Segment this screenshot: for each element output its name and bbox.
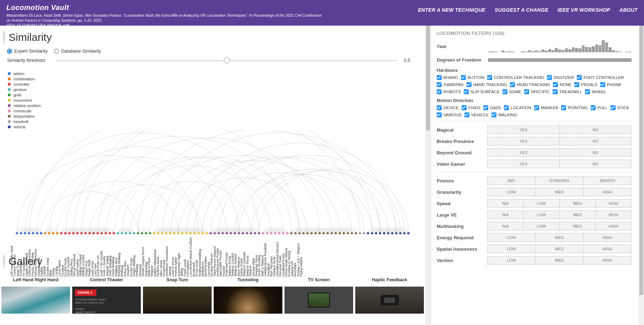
filter-option[interactable]: N/A (487, 222, 523, 230)
legend-item[interactable]: roomscale (8, 109, 417, 113)
filter-option[interactable]: N/A (487, 199, 523, 208)
legend-item[interactable]: teleportation (8, 114, 417, 118)
filter-option[interactable]: MED (560, 211, 596, 219)
filter-option[interactable]: HIGH (584, 188, 632, 196)
filter-option[interactable]: YES (487, 137, 560, 145)
filter-option[interactable]: MED (560, 222, 596, 230)
filter-option[interactable]: HIGH (596, 211, 632, 219)
filter-option[interactable]: NO (560, 137, 632, 145)
legend-item[interactable]: relative position (8, 103, 417, 108)
hardware-checkbox[interactable]: GAMEPAD (437, 82, 464, 87)
filter-option[interactable]: LOW (523, 222, 559, 230)
motion-checkbox[interactable]: POINTING (561, 105, 588, 110)
filter-option[interactable]: YES (487, 160, 560, 168)
svg-point-21 (100, 232, 103, 234)
filter-option[interactable]: MED (536, 256, 584, 265)
gallery-card[interactable]: Tunneling (214, 272, 282, 314)
gallery-card[interactable]: Snap Turn (143, 272, 212, 314)
filter-option[interactable]: MED (536, 188, 584, 196)
motion-checkbox[interactable]: VEHICLE (464, 112, 489, 117)
filter-option[interactable]: STANDING (536, 176, 584, 185)
hardware-checkbox[interactable]: BOARD (437, 75, 458, 80)
radio-expert-similarity[interactable]: Expert Similarity (7, 48, 48, 54)
motion-checkbox[interactable]: GAZE (483, 105, 501, 110)
technique-label[interactable]: Flying Vehicle (299, 274, 303, 277)
category-legend: addoncombinationcontrollergesturegrabmov… (8, 71, 417, 129)
gallery-card[interactable]: Haptic Feedback (355, 272, 424, 314)
hardware-checkbox[interactable]: SPECIFIC (524, 89, 550, 94)
filter-option[interactable]: YES (487, 148, 560, 157)
year-histogram[interactable] (488, 40, 632, 52)
filter-option[interactable]: HIGH (584, 233, 632, 242)
motion-checkbox[interactable]: DEVICE (437, 105, 459, 110)
legend-item[interactable]: gesture (8, 87, 417, 92)
motion-checkbox[interactable]: LOCATION (504, 105, 531, 110)
filter-option[interactable]: LOW (523, 199, 559, 208)
filter-option[interactable]: LOW (523, 211, 559, 219)
filter-option[interactable]: MED (560, 199, 596, 208)
filter-option[interactable]: HIGH (584, 256, 632, 265)
filter-option[interactable]: MED (536, 233, 584, 242)
filter-option[interactable]: LOW (487, 188, 536, 196)
motion-checkbox[interactable]: MARKER (534, 105, 558, 110)
legend-item[interactable]: addon (8, 71, 417, 76)
hardware-checkbox[interactable]: DIGITIZER (547, 75, 574, 80)
gallery-card[interactable]: Control TheaterESPIRE 1VR DEVELOPMENT DI… (72, 272, 141, 314)
filter-option[interactable]: YES (487, 126, 560, 134)
gallery-card[interactable]: Left Hand Right Hand (1, 272, 70, 314)
motion-checkbox[interactable]: PULL (591, 105, 608, 110)
filter-option[interactable]: LOW (487, 256, 536, 265)
multi-filter-row: PostureANYSTANDINGSEATED (437, 176, 632, 185)
filter-option[interactable]: ANY (487, 176, 536, 185)
main-scrollbar[interactable] (425, 26, 431, 325)
sidebar-scrollbar[interactable] (639, 26, 644, 325)
filter-option[interactable]: HIGH (596, 222, 632, 230)
nav-enter-technique[interactable]: ENTER A NEW TECHNIQUE (418, 7, 485, 13)
svg-point-18 (88, 232, 91, 234)
filter-option[interactable]: MED (536, 245, 584, 253)
legend-item[interactable]: combination (8, 77, 417, 81)
legend-item[interactable]: grab (8, 93, 417, 97)
nav-about[interactable]: ABOUT (619, 7, 638, 13)
svg-point-53 (230, 232, 232, 234)
nav-ieee-workshop[interactable]: IEEE VR WORKSHOP (558, 7, 610, 13)
gallery-card[interactable]: TV Screen (284, 272, 353, 314)
filter-option[interactable]: SEATED (584, 176, 632, 185)
filter-option[interactable]: HIGH (596, 199, 632, 208)
legend-item[interactable]: treadmill (8, 119, 417, 124)
hardware-checkbox[interactable]: TREADMILL (553, 89, 582, 94)
multi-filter-row: Spatial AwarenessLOWMEDHIGH (437, 245, 632, 253)
hardware-checkbox[interactable]: WHEEL (585, 89, 606, 94)
filter-option[interactable]: NO (560, 148, 632, 157)
filter-option[interactable]: HIGH (584, 245, 632, 253)
filter-option[interactable]: NO (560, 126, 632, 134)
hardware-checkbox[interactable]: HAND TRACKING (467, 82, 507, 87)
bool-filter-row: Video GamerYESNO (437, 160, 632, 168)
nav-suggest-change[interactable]: SUGGEST A CHANGE (495, 7, 548, 13)
hardware-checkbox[interactable]: SLIP SURFACE (464, 89, 500, 94)
hardware-checkbox[interactable]: PHONE (600, 82, 622, 87)
motion-checkbox[interactable]: STICK (611, 105, 629, 110)
filter-option[interactable]: NO (560, 160, 632, 168)
hardware-checkbox[interactable]: NONE (553, 82, 571, 87)
legend-item[interactable]: movement (8, 98, 417, 102)
filter-option[interactable]: LOW (487, 233, 536, 242)
hardware-checkbox[interactable]: FOOT CONTROLLER (577, 75, 624, 80)
motion-checkbox[interactable]: FIXED (462, 105, 480, 110)
hardware-checkbox[interactable]: SOME (502, 89, 521, 94)
hardware-checkbox[interactable]: BUTTON (461, 75, 484, 80)
hardware-checkbox[interactable]: CONTROLLER TRACKING (487, 75, 544, 80)
filter-option[interactable]: LOW (487, 245, 536, 253)
dof-range[interactable] (488, 58, 632, 62)
legend-item[interactable]: controller (8, 82, 417, 86)
motion-checkbox[interactable]: VARIOUS (437, 112, 462, 117)
threshold-slider[interactable] (56, 60, 398, 61)
arc-diagram[interactable] (8, 130, 417, 240)
motion-checkbox[interactable]: WALKING (491, 112, 517, 117)
radio-database-similarity[interactable]: Database Similarity (54, 48, 101, 54)
filter-option[interactable]: N/A (487, 211, 523, 219)
hardware-checkbox[interactable]: ROBOTS (437, 89, 461, 94)
hardware-checkbox[interactable]: PEDALS (574, 82, 597, 87)
legend-item[interactable]: vehicle (8, 125, 417, 129)
hardware-checkbox[interactable]: HEAD TRACKING (510, 82, 550, 87)
